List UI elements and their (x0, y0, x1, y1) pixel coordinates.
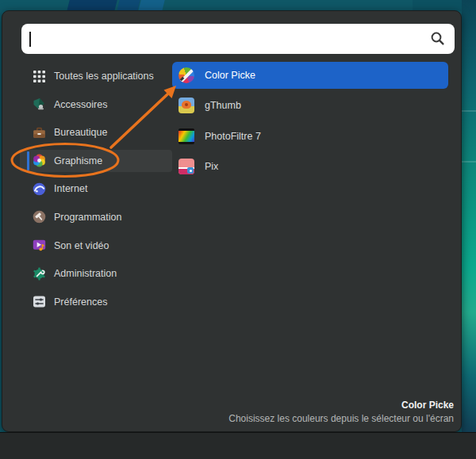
category-label: Toutes les applications (54, 71, 154, 82)
search-input[interactable] (21, 24, 455, 54)
category-accessories[interactable]: Accessoires (20, 94, 172, 116)
category-label: Graphisme (54, 155, 102, 166)
globe-icon (33, 182, 46, 196)
selected-app-details: Color Picke Choisissez les couleurs depu… (228, 400, 454, 424)
category-label: Préférences (54, 296, 107, 308)
sliders-icon (33, 295, 46, 308)
app-photofiltre[interactable]: PhotoFiltre 7 (172, 123, 448, 150)
category-all-applications[interactable]: Toutes les applications (20, 65, 172, 87)
category-label: Bureautique (54, 127, 107, 138)
photofiltre-icon (178, 128, 194, 144)
wallpaper-band (117, 0, 140, 11)
wallpaper-band (413, 0, 462, 11)
hammer-icon (33, 210, 46, 224)
app-gthumb[interactable]: gThumb (172, 92, 448, 119)
camera-badge-icon (187, 167, 194, 174)
graphics-icon (33, 154, 46, 167)
category-development[interactable]: Programmation (20, 206, 172, 228)
app-label: Color Picke (205, 70, 255, 81)
category-list: Toutes les applications Accessoires Bure… (20, 65, 172, 319)
wallpaper-band (138, 0, 164, 11)
gear-wrench-icon (33, 267, 46, 281)
category-label: Accessoires (54, 99, 107, 110)
text-cursor (29, 32, 31, 47)
briefcase-icon (33, 126, 46, 140)
application-list: Color Picke gThumb PhotoFiltre 7 Pix (172, 62, 448, 184)
grid-icon (33, 70, 46, 83)
wallpaper-streak (462, 110, 476, 112)
category-graphics[interactable]: Graphisme (20, 150, 172, 172)
play-note-icon (33, 239, 46, 252)
app-pix[interactable]: Pix (172, 153, 448, 180)
application-menu-panel: Toutes les applications Accessoires Bure… (2, 10, 462, 432)
category-label: Administration (54, 268, 117, 279)
color-picker-icon (178, 67, 194, 83)
category-administration[interactable]: Administration (20, 262, 172, 285)
selected-app-description: Choisissez les couleurs depuis le sélect… (228, 413, 454, 424)
category-label: Programmation (54, 212, 121, 223)
search-icon (430, 31, 445, 46)
category-multimedia[interactable]: Son et vidéo (20, 235, 172, 257)
gthumb-icon (178, 98, 194, 113)
app-label: gThumb (205, 100, 241, 111)
wallpaper-streak (462, 161, 476, 163)
category-label: Son et vidéo (54, 240, 109, 251)
app-label: PhotoFiltre 7 (205, 131, 261, 142)
pix-icon (178, 159, 194, 174)
app-label: Pix (205, 161, 218, 172)
wallpaper-band (67, 0, 117, 11)
category-settings[interactable]: Préférences (20, 291, 172, 313)
category-label: Internet (54, 183, 87, 194)
desktop-wallpaper-right (462, 0, 476, 459)
taskbar (0, 432, 476, 459)
selected-app-title: Color Picke (228, 400, 454, 411)
category-internet[interactable]: Internet (20, 178, 172, 200)
accessories-icon (33, 98, 46, 111)
app-color-picker[interactable]: Color Picke (172, 62, 448, 89)
category-office[interactable]: Bureautique (20, 121, 172, 143)
